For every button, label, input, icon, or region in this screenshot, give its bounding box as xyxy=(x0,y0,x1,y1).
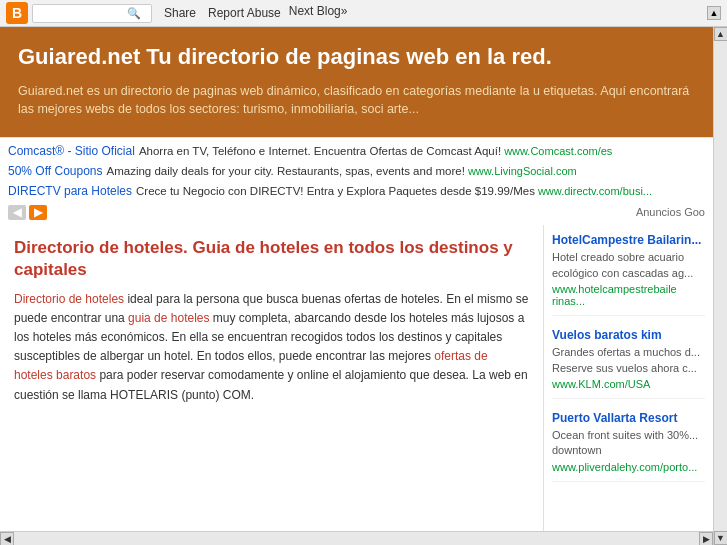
ad-row-3: DIRECTV para Hoteles Crece tu Negocio co… xyxy=(8,183,705,200)
ad-nav-arrows: ◀ ▶ xyxy=(8,205,47,220)
content-area: Guiared.net Tu directorio de paginas web… xyxy=(0,27,713,545)
ad-link-2[interactable]: 50% Off Coupons xyxy=(8,163,103,180)
ad-url-3: www.directv.com/busi... xyxy=(538,184,652,199)
scroll-track xyxy=(714,41,728,531)
topbar: B 🔍 Share Report Abuse Next Blog» ▲ xyxy=(0,0,727,27)
sidebar-item-2-url: www.KLM.com/USA xyxy=(552,378,705,390)
hscroll-left-btn[interactable]: ◀ xyxy=(0,532,14,546)
ads-section: Comcast® - Sitio Oficial Ahorra en TV, T… xyxy=(0,137,713,225)
nav-links: Share Report Abuse Next Blog» xyxy=(160,4,347,22)
anuncios-label: Anuncios Goo xyxy=(636,206,705,218)
ad-url-1: www.Comcast.com/es xyxy=(504,144,612,159)
sidebar-item-1-title[interactable]: HotelCampestre Bailarin... xyxy=(552,233,705,247)
search-icon: 🔍 xyxy=(127,7,141,20)
sidebar-item-1-url: www.hotelcampestrebaile rinas... xyxy=(552,283,705,307)
body-content: Directorio de hoteles. Guia de hoteles e… xyxy=(0,225,713,531)
next-blog-link[interactable]: Next Blog» xyxy=(289,4,348,22)
article-title: Directorio de hoteles. Guia de hoteles e… xyxy=(14,237,529,281)
scroll-top-btn[interactable]: ▲ xyxy=(707,6,721,20)
sidebar-item-3-title[interactable]: Puerto Vallarta Resort xyxy=(552,411,705,425)
main-wrapper: Guiared.net Tu directorio de paginas web… xyxy=(0,27,727,545)
bottom-scrollbar: ◀ ▶ xyxy=(0,531,713,545)
article-inline-link[interactable]: guia de hoteles xyxy=(128,311,209,325)
sidebar-item-3-text: Ocean front suites with 30%... downtown xyxy=(552,428,705,459)
ad-link-1[interactable]: Comcast® - Sitio Oficial xyxy=(8,143,135,160)
ad-next-arrow[interactable]: ▶ xyxy=(29,205,47,220)
ad-row-2: 50% Off Coupons Amazing daily deals for … xyxy=(8,163,705,180)
site-title: Guiared.net Tu directorio de paginas web… xyxy=(18,43,695,72)
sidebar-item-1: HotelCampestre Bailarin... Hotel creado … xyxy=(552,233,705,316)
right-scrollbar: ▲ ▼ xyxy=(713,27,727,545)
ad-prev-arrow[interactable]: ◀ xyxy=(8,205,26,220)
ad-row-1: Comcast® - Sitio Oficial Ahorra en TV, T… xyxy=(8,143,705,160)
sidebar-item-2: Vuelos baratos kim Grandes ofertas a muc… xyxy=(552,328,705,399)
sidebar-item-2-text: Grandes ofertas a muchos d... Reserve su… xyxy=(552,345,705,376)
sidebar-item-2-title[interactable]: Vuelos baratos kim xyxy=(552,328,705,342)
article-body-text: Directorio de hoteles ideal para la pers… xyxy=(14,292,528,402)
report-abuse-link[interactable]: Report Abuse xyxy=(204,4,285,22)
site-description: Guiared.net es un directorio de paginas … xyxy=(18,82,695,120)
main-article: Directorio de hoteles. Guia de hoteles e… xyxy=(0,225,543,531)
sidebar: HotelCampestre Bailarin... Hotel creado … xyxy=(543,225,713,531)
share-link[interactable]: Share xyxy=(160,4,200,22)
ad-text-3: Crece tu Negocio con DIRECTV! Entra y Ex… xyxy=(136,183,535,199)
hscroll-track xyxy=(14,532,699,546)
blogger-logo: B xyxy=(6,2,28,24)
ad-link-3[interactable]: DIRECTV para Hoteles xyxy=(8,183,132,200)
article-body: Directorio de hoteles ideal para la pers… xyxy=(14,290,529,405)
ad-text-1: Ahorra en TV, Teléfono e Internet. Encue… xyxy=(139,143,501,159)
scroll-up-btn[interactable]: ▲ xyxy=(714,27,728,41)
scroll-down-btn[interactable]: ▼ xyxy=(714,531,728,545)
ad-text-2: Amazing daily deals for your city. Resta… xyxy=(107,163,465,179)
header-banner: Guiared.net Tu directorio de paginas web… xyxy=(0,27,713,137)
ad-url-2: www.LivingSocial.com xyxy=(468,164,577,179)
hscroll-right-btn[interactable]: ▶ xyxy=(699,532,713,546)
sidebar-item-3-url: www.pliverdalehy.com/porto... xyxy=(552,461,705,473)
search-input[interactable] xyxy=(37,6,127,20)
sidebar-item-3: Puerto Vallarta Resort Ocean front suite… xyxy=(552,411,705,482)
sidebar-item-1-text: Hotel creado sobre acuario ecológico con… xyxy=(552,250,705,281)
search-bar: 🔍 xyxy=(32,4,152,23)
article-inline-link[interactable]: Directorio de hoteles xyxy=(14,292,124,306)
